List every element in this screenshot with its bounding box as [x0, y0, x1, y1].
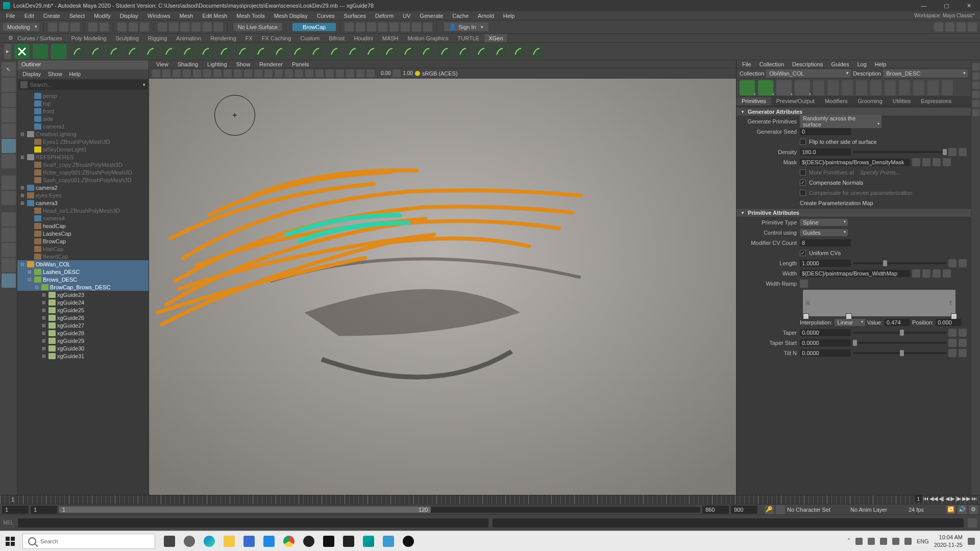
play-back-icon[interactable]: ◀ [945, 495, 949, 503]
expand-toggle-icon[interactable]: ⊞ [19, 193, 26, 198]
outliner-item-xgguide31[interactable]: ⊞xgGuide31 [17, 352, 149, 360]
outliner-search[interactable]: ▾ [18, 80, 148, 90]
current-frame-field[interactable]: 1 [915, 495, 922, 503]
snap-grid-icon[interactable] [158, 22, 167, 32]
width-ramp[interactable]: RT [803, 290, 955, 316]
tray-language[interactable]: ENG [917, 538, 929, 544]
select-paint-icon[interactable] [140, 22, 149, 32]
rewind-end-icon[interactable]: ⏭ [971, 495, 977, 503]
collection-dropdown[interactable]: ObiWan_COL [766, 69, 851, 78]
xgen-shelf-brush-0-icon[interactable] [69, 44, 85, 59]
next-key-icon[interactable]: |▶ [955, 495, 961, 503]
xgen-shelf-brush-19-icon[interactable] [419, 44, 434, 59]
xgen-menu-log[interactable]: Log [853, 61, 870, 68]
sculpt-guide-tool-icon[interactable] [758, 80, 773, 95]
outliner-item-creativelighting[interactable]: ⊟CreativeLighting [17, 130, 149, 138]
cv-count-field[interactable]: 8 [800, 239, 851, 246]
menu-uv[interactable]: UV [399, 12, 414, 20]
menu-select[interactable]: Select [65, 12, 89, 20]
color-management[interactable]: sRGB (ACES) [415, 70, 458, 77]
density-menu-icon[interactable] [959, 148, 967, 156]
loop-icon[interactable]: 🔁 [946, 505, 955, 514]
density-field[interactable]: 180.0 [800, 148, 851, 156]
xgen-tab-expressions[interactable]: Expressions [916, 97, 957, 106]
search-options-icon[interactable]: ▾ [143, 82, 145, 87]
tilt-n-menu-icon[interactable] [959, 349, 967, 357]
menu-create[interactable]: Create [39, 12, 64, 20]
start-button[interactable] [0, 531, 20, 552]
xgen-shelf-brush-4-icon[interactable] [143, 44, 158, 59]
xgen-shelf-brush-1-icon[interactable] [88, 44, 103, 59]
chrome-icon[interactable] [280, 531, 298, 552]
fps-dropdown[interactable]: 24 fps [909, 507, 944, 513]
xgen-shelf-brush-15-icon[interactable] [345, 44, 360, 59]
xgen-shelf-brush-6-icon[interactable] [180, 44, 195, 59]
xgen-shelf-brush-22-icon[interactable] [474, 44, 489, 59]
shelf-tab-rendering[interactable]: Rendering [206, 34, 240, 42]
outliner-item-head-uv1-zbrushpolymesh3d[interactable]: Head_uv1:ZBrushPolyMesh3D [17, 207, 149, 214]
store-icon[interactable] [240, 531, 258, 552]
outliner-tree[interactable]: persptopfrontsidecamera1⊟CreativeLightin… [17, 91, 149, 507]
tool-settings-icon[interactable] [2, 212, 16, 227]
render-view-icon[interactable] [401, 22, 410, 32]
viewport-tool-15-icon[interactable] [305, 69, 313, 78]
task-view-icon[interactable] [160, 531, 179, 552]
shelf-tab-fx[interactable]: FX [241, 34, 257, 42]
shelf-tab-turtle[interactable]: TURTLE [454, 34, 484, 42]
expand-toggle-icon[interactable]: ⊞ [41, 338, 47, 343]
undo-icon[interactable] [88, 22, 97, 32]
right-strip-4-icon[interactable] [972, 100, 979, 107]
more-primitives-checkbox[interactable]: More Primitives at [800, 169, 854, 176]
shelf-tab-custom[interactable]: Custom [296, 34, 324, 42]
outliner-item-camera1[interactable]: camera1 [17, 122, 149, 130]
mask-menu-icon[interactable] [943, 158, 951, 166]
viewport-tool-9-icon[interactable] [244, 69, 252, 78]
density-expr-icon[interactable] [948, 148, 957, 156]
viewport-menu-panels[interactable]: Panels [288, 61, 313, 68]
interpolation-dropdown[interactable]: Linear [835, 319, 865, 326]
render-icon[interactable] [356, 22, 365, 32]
xgen-shelf-brush-12-icon[interactable] [290, 44, 305, 59]
pause-icon[interactable] [423, 22, 432, 32]
select-tool-icon[interactable]: ↖ [2, 62, 16, 77]
tray-notifications-icon[interactable] [968, 538, 975, 545]
menu-file[interactable]: File [2, 12, 19, 20]
xgen-shelf-brush-16-icon[interactable] [363, 44, 379, 59]
xgen-shelf-brush-18-icon[interactable] [400, 44, 415, 59]
outliner-item-eyes-eyes[interactable]: ⊞eyes:Eyes [17, 191, 149, 199]
shelf-tab-animation[interactable]: Animation [172, 34, 205, 42]
snap-point-icon[interactable] [180, 22, 189, 32]
right-strip-3-icon[interactable] [972, 91, 979, 98]
viewport-tool-21-icon[interactable] [366, 69, 375, 78]
recorder-icon[interactable] [399, 531, 418, 552]
xgen-shelf-brush-21-icon[interactable] [455, 44, 471, 59]
play-fwd-icon[interactable]: ▶ [950, 495, 954, 503]
xgen-util-3-icon[interactable] [856, 80, 867, 95]
new-scene-icon[interactable] [48, 22, 57, 32]
outliner-item-refspheres[interactable]: ⊞REFSPHERES [17, 153, 149, 161]
shelf-tab-houdini[interactable]: Houdini [350, 34, 377, 42]
expand-toggle-icon[interactable]: ⊟ [19, 262, 26, 267]
viewport-tool-7-icon[interactable] [224, 69, 232, 78]
expand-toggle-icon[interactable]: ⊞ [41, 346, 47, 351]
menu-cache[interactable]: Cache [448, 12, 473, 20]
length-menu-icon[interactable] [959, 259, 967, 267]
xgen-shelf-brush-13-icon[interactable] [308, 44, 324, 59]
primitive-attributes-header[interactable]: ▼Primitive Attributes [737, 208, 971, 217]
render-settings-icon[interactable] [378, 22, 387, 32]
expand-toggle-icon[interactable]: ⊞ [41, 292, 47, 297]
edge-icon[interactable] [200, 531, 218, 552]
menu-windows[interactable]: Windows [143, 12, 175, 20]
viewport-menu-shading[interactable]: Shading [174, 61, 202, 68]
ramp-nav-prev-icon[interactable] [800, 280, 808, 288]
maximize-button[interactable]: ▢ [935, 0, 958, 11]
outliner-item-persp[interactable]: persp [17, 92, 149, 99]
outliner-item-camera2[interactable]: ⊞camera2 [17, 184, 149, 191]
xgen-menu-guides[interactable]: Guides [828, 61, 853, 68]
menu-set-dropdown[interactable]: Modeling [3, 23, 39, 31]
taper-start-expr-icon[interactable] [948, 339, 957, 347]
primitive-type-dropdown[interactable]: Spline [800, 219, 848, 226]
xgen-tab-preview-output[interactable]: Preview/Output [771, 97, 820, 106]
viewport-tool-5-icon[interactable] [203, 69, 211, 78]
viewport-tool-8-icon[interactable] [234, 69, 242, 78]
